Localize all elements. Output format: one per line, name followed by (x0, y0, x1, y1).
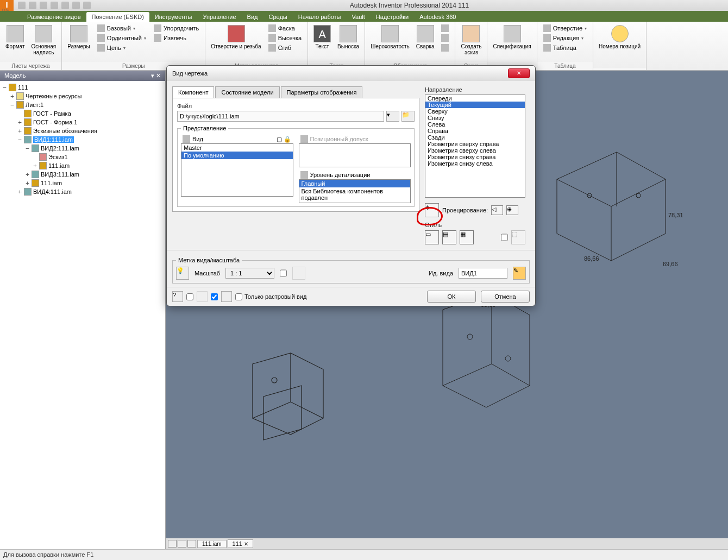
qat-save-icon[interactable] (40, 2, 47, 9)
tab-annotate-eskd[interactable]: Пояснение (ESKD) (86, 12, 149, 22)
baseline-button[interactable]: Базовый (96, 24, 148, 33)
svg-text:86,66: 86,66 (584, 255, 599, 262)
sheet-tab-2[interactable]: 111 ✕ (228, 539, 253, 548)
style-hidden-off[interactable]: ▭ (425, 230, 439, 244)
list-item[interactable]: Изометрия снизу справа (425, 154, 525, 160)
browser-header: Модель ▾ ✕ (0, 71, 165, 81)
tab-vault[interactable]: Vault (347, 12, 371, 22)
help-button[interactable]: ? (172, 291, 183, 302)
sym3-button[interactable] (440, 43, 450, 52)
list-item[interactable]: Master (181, 144, 293, 152)
style-shaded[interactable]: ▦ (460, 230, 474, 244)
create-sketch-button[interactable]: Создать эскиз (460, 24, 482, 56)
style-check[interactable] (501, 230, 508, 244)
projection-first-angle[interactable]: ◁ (491, 205, 503, 215)
chamfer-button[interactable]: Фаска (267, 24, 303, 33)
roughness-button[interactable]: Шероховатость (369, 24, 411, 51)
list-item[interactable]: Изометрия сверху слева (425, 147, 525, 154)
balloon-icon (611, 25, 629, 42)
format-button[interactable]: Формат (4, 24, 26, 51)
text-button[interactable]: AТекст (312, 24, 332, 51)
list-item[interactable]: Сзади (425, 134, 525, 141)
viewid-input[interactable] (459, 268, 507, 279)
sym2-button[interactable] (440, 34, 450, 42)
dialog-close-button[interactable]: ✕ (508, 68, 530, 78)
viewcube-button[interactable]: ◈ (425, 203, 439, 217)
dimension-button[interactable]: Размеры (66, 24, 91, 51)
titleblock-button[interactable]: Основная надпись (30, 24, 58, 56)
qat-redo-icon[interactable] (61, 2, 69, 9)
model-tree[interactable]: −111 +Чертежные ресурсы −Лист:1 ГОСТ - Р… (0, 81, 165, 198)
style-extra[interactable]: ⬚ (511, 230, 525, 244)
tab-addins[interactable]: Надстройки (371, 12, 414, 22)
tab-place-views[interactable]: Размещение видов (22, 12, 86, 22)
direction-list[interactable]: Спереди Текущий Сверху Снизу Слева Справ… (425, 95, 525, 198)
file-input[interactable] (177, 111, 384, 122)
sheet-nav-icon[interactable] (187, 540, 196, 548)
file-browse-button[interactable]: 📁 (401, 111, 415, 122)
file-dropdown-icon[interactable]: ▾ (386, 111, 399, 122)
hole-table-button[interactable]: Отверстие (542, 24, 588, 33)
list-item[interactable]: Сверху (425, 108, 525, 115)
revision-button[interactable]: Редакция (542, 34, 588, 42)
tab-manage[interactable]: Управление (197, 12, 241, 22)
edit-label-button[interactable]: ✎ (513, 267, 526, 280)
browser-close-icon[interactable]: ▾ ✕ (151, 72, 161, 79)
list-item[interactable]: Вся Библиотека компонентов подавлен (299, 187, 411, 202)
sheet-tab-1[interactable]: 111.iam (197, 540, 227, 548)
ok-button[interactable]: ОК (427, 291, 476, 303)
punch-button[interactable]: Высечка (267, 34, 303, 42)
spec-button[interactable]: Спецификация (492, 24, 532, 51)
list-item[interactable]: Справа (425, 128, 525, 134)
tab-tools[interactable]: Инструменты (149, 12, 198, 22)
list-item[interactable]: Текущий (425, 102, 525, 108)
tab-component[interactable]: Компонент (172, 86, 214, 98)
tree-view1[interactable]: −ВИД1:111.iam (2, 135, 163, 144)
qat-open-icon[interactable] (29, 2, 36, 9)
list-item[interactable]: По умолчанию (181, 152, 293, 159)
ordinate-button[interactable]: Ординатный (96, 34, 148, 42)
table-button[interactable]: Таблица (542, 43, 588, 52)
tab-getstarted[interactable]: Начало работы (293, 12, 347, 22)
leader-button[interactable]: Выноска (336, 24, 360, 51)
qat-new-icon[interactable] (18, 2, 26, 9)
style-hidden-on[interactable]: ▤ (442, 230, 456, 244)
weld-button[interactable]: Сварка (415, 24, 436, 51)
tab-environments[interactable]: Среды (263, 12, 293, 22)
tab-model-state[interactable]: Состояние модели (215, 86, 279, 98)
scale-check[interactable] (280, 268, 287, 279)
scale-select[interactable]: 1 : 1 (225, 268, 274, 279)
qat-more-icon[interactable] (83, 2, 91, 9)
arrange-button[interactable]: Упорядочить (152, 24, 200, 33)
hole-thread-button[interactable]: Отверстие и резьба (210, 24, 262, 51)
qat-undo-icon[interactable] (51, 2, 58, 9)
tab-view[interactable]: Вид (242, 12, 263, 22)
sheet-nav-icon[interactable] (168, 540, 177, 548)
cancel-button[interactable]: Отмена (481, 291, 530, 303)
scale-toggle-icon[interactable]: 💡 (176, 267, 189, 280)
bend-button[interactable]: Сгиб (267, 43, 303, 52)
list-item[interactable]: Спереди (425, 95, 525, 102)
scale-opt-icon[interactable] (292, 267, 305, 280)
view-list[interactable]: Master По умолчанию (181, 143, 293, 197)
positional-list[interactable] (299, 143, 411, 167)
tab-display-options[interactable]: Параметры отображения (281, 86, 363, 98)
dialog-title-bar[interactable]: Вид чертежа ✕ (167, 66, 535, 81)
sheet-nav-icon[interactable] (178, 540, 186, 548)
opt2-check[interactable] (211, 293, 218, 300)
sym1-button[interactable] (440, 24, 450, 33)
raster-only-check[interactable]: Только растровый вид (235, 293, 306, 300)
tab-a360[interactable]: Autodesk 360 (414, 12, 461, 22)
list-item[interactable]: Слева (425, 121, 525, 128)
projection-third-angle[interactable]: ⊕ (506, 205, 518, 215)
balloon-button[interactable]: Номера позиций (598, 24, 642, 51)
list-item[interactable]: Изометрия сверху справа (425, 141, 525, 147)
list-item[interactable]: Снизу (425, 115, 525, 121)
chain-button[interactable]: Цепь (96, 43, 148, 52)
lod-list[interactable]: Главный Вся Библиотека компонентов подав… (299, 179, 411, 203)
opt1-check[interactable] (186, 293, 193, 300)
list-item[interactable]: Изометрия снизу слева (425, 160, 525, 167)
qat-print-icon[interactable] (72, 2, 80, 9)
list-item[interactable]: Главный (299, 180, 411, 187)
retrieve-button[interactable]: Извлечь (152, 34, 200, 42)
